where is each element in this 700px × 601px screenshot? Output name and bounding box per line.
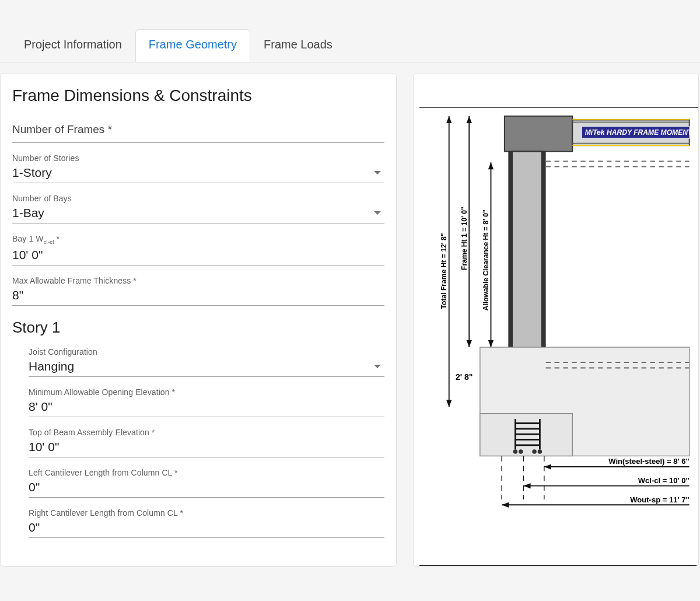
svg-marker-48 [523,483,530,488]
svg-marker-40 [467,116,472,123]
field-joist-config[interactable]: Joist Configuration Hanging [29,347,384,377]
total-frame-ht-label: Total Frame Ht = 12' 8" [440,233,448,309]
num-stories-label: Number of Stories [12,153,384,163]
wout-sp-label: Wout-sp = 11' 7" [630,495,689,504]
base-dim-label: 2' 8" [456,372,473,382]
svg-point-30 [538,449,542,453]
section-story1-title: Story 1 [12,319,384,337]
min-open-label: Minimum Allowable Opening Elevation * [29,387,384,397]
field-right-cantilever[interactable]: Right Cantilever Length from Column CL *… [29,508,384,538]
num-bays-label: Number of Bays [12,194,384,203]
max-thick-value: 8" [12,286,384,304]
svg-marker-38 [446,400,452,407]
allowable-clearance-label: Allowable Clearance Ht = 8' 0" [482,209,490,310]
frame-diagram: MiTek HARDY FRAME MOMENT FRA [419,108,698,565]
panel-title: Frame Dimensions & Constraints [12,86,384,105]
field-max-thickness[interactable]: Max Allowable Frame Thickness * 8" [12,276,384,306]
svg-rect-0 [505,116,572,152]
num-frames-label: Number of Frames * [12,121,384,138]
left-cant-value: 0" [29,478,384,496]
brand-label: MiTek HARDY FRAME MOMENT FRA [585,128,698,137]
top-beam-label: Top of Beam Assembly Elevation * [29,428,384,437]
tab-frame-loads[interactable]: Frame Loads [250,29,346,62]
diagram-panel: MiTek HARDY FRAME MOMENT FRA [413,73,699,567]
joist-value: Hanging [29,358,74,375]
svg-marker-41 [467,340,472,347]
svg-marker-50 [502,502,509,508]
svg-marker-46 [544,464,551,469]
right-cant-value: 0" [29,519,384,536]
win-steel-label: Win(steel-steel) = 8' 6" [608,457,689,466]
field-left-cantilever[interactable]: Left Cantilever Length from Column CL * … [29,468,384,498]
field-bay1-width[interactable]: Bay 1 Wcl-cl * 10' 0" [12,234,384,265]
svg-point-27 [513,449,517,453]
field-top-beam[interactable]: Top of Beam Assembly Elevation * 10' 0" [29,428,384,457]
form-panel: Frame Dimensions & Constraints Number of… [0,73,397,567]
svg-marker-43 [488,162,494,169]
bay1-label: Bay 1 Wcl-cl * [12,234,384,245]
anchor-bolts-icon [515,419,540,449]
top-beam-value: 10' 0" [29,438,384,456]
tab-frame-geometry[interactable]: Frame Geometry [135,29,250,62]
field-num-stories[interactable]: Number of Stories 1-Story [12,153,384,183]
field-num-bays[interactable]: Number of Bays 1-Bay [12,194,384,223]
bay1-value: 10' 0" [12,246,384,264]
frame-ht1-label: Frame Ht 1 = 10' 0" [460,207,468,270]
num-bays-value: 1-Bay [12,204,44,222]
chevron-down-icon [374,365,381,368]
chevron-down-icon [374,211,381,215]
right-cant-label: Right Cantilever Length from Column CL * [29,508,384,518]
field-num-frames[interactable]: Number of Frames * [12,121,384,143]
svg-marker-37 [446,116,452,123]
wcl-cl-label: Wcl-cl = 10' 0" [638,476,690,485]
max-thick-label: Max Allowable Frame Thickness * [12,276,384,285]
left-cant-label: Left Cantilever Length from Column CL * [29,468,384,477]
joist-label: Joist Configuration [29,347,384,357]
field-min-opening[interactable]: Minimum Allowable Opening Elevation * 8'… [29,387,384,417]
tabs-bar: Project Information Frame Geometry Frame… [0,0,700,62]
min-open-value: 8' 0" [29,398,384,415]
svg-point-28 [519,449,523,453]
num-stories-value: 1-Story [12,164,52,181]
chevron-down-icon [374,171,381,174]
svg-marker-44 [488,340,494,347]
tab-project-info[interactable]: Project Information [10,29,135,62]
svg-point-29 [532,449,536,453]
